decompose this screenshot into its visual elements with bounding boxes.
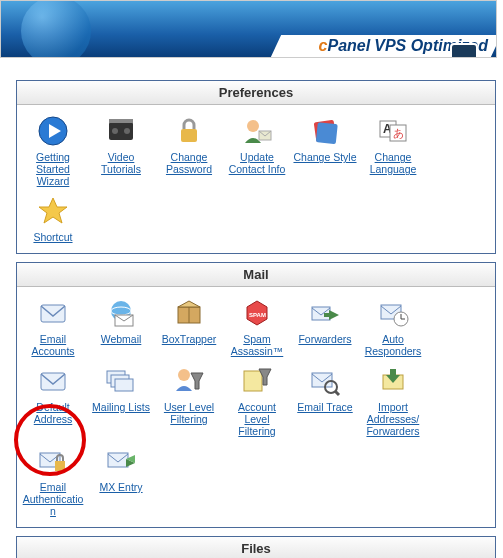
import-icon	[377, 365, 409, 397]
item-label: User Level Filtering	[155, 401, 223, 425]
panel-header: Files	[17, 537, 495, 558]
boxtrapper-icon	[173, 297, 205, 329]
video-icon	[105, 115, 137, 147]
svg-rect-39	[312, 373, 332, 387]
mailing-lists-item[interactable]: Mailing Lists	[87, 361, 155, 441]
change-password-item[interactable]: Change Password	[155, 111, 223, 191]
change-language-item[interactable]: AあChange Language	[359, 111, 427, 191]
userfilter-icon	[173, 365, 205, 397]
svg-rect-37	[244, 371, 262, 391]
svg-rect-16	[41, 305, 65, 322]
item-label: Shortcut	[19, 231, 87, 243]
svg-marker-36	[191, 373, 203, 389]
item-label: Forwarders	[291, 333, 359, 345]
video-tutorials-item[interactable]: Video Tutorials	[87, 111, 155, 191]
style-icon	[309, 115, 341, 147]
mail-icon	[37, 365, 69, 397]
contact-icon	[241, 115, 273, 147]
default-address-item[interactable]: Default Address	[19, 361, 87, 441]
autoresp-icon	[377, 297, 409, 329]
item-label: Webmail	[87, 333, 155, 345]
item-label: Email Authentication	[19, 481, 87, 517]
account-level-filtering-item[interactable]: Account Level Filtering	[223, 361, 291, 441]
webmail-icon	[105, 297, 137, 329]
logo-panel: Panel	[328, 37, 371, 54]
boxtrapper-item[interactable]: BoxTrapper	[155, 293, 223, 361]
item-label: Import Addresses/ Forwarders	[359, 401, 427, 437]
svg-marker-21	[178, 301, 200, 307]
play-icon	[37, 115, 69, 147]
svg-text:SPAM: SPAM	[249, 312, 266, 318]
item-label: Account Level Filtering	[223, 401, 291, 437]
mail-icon	[37, 297, 69, 329]
svg-rect-34	[115, 379, 133, 391]
svg-rect-10	[316, 122, 338, 144]
svg-rect-5	[109, 119, 133, 123]
item-label: Mailing Lists	[87, 401, 155, 413]
lock-icon	[173, 115, 205, 147]
acctfilter-icon	[241, 365, 273, 397]
svg-point-7	[247, 120, 259, 132]
email-trace-item[interactable]: Email Trace	[291, 361, 359, 441]
svg-point-4	[124, 128, 130, 134]
trace-icon	[309, 365, 341, 397]
svg-line-41	[335, 391, 339, 395]
svg-rect-31	[41, 373, 65, 390]
item-label: Video Tutorials	[87, 151, 155, 175]
svg-rect-6	[181, 129, 197, 142]
panel-header: Mail	[17, 263, 495, 287]
icon-grid: Getting Started WizardVideo TutorialsCha…	[17, 105, 495, 253]
item-label: Change Password	[155, 151, 223, 175]
change-style-item[interactable]: Change Style	[291, 111, 359, 191]
item-label: Change Language	[359, 151, 427, 175]
star-icon	[37, 195, 69, 227]
svg-rect-46	[108, 453, 128, 467]
language-icon: Aあ	[377, 115, 409, 147]
spam-assassin-item[interactable]: SPAMSpam Assassin™	[223, 293, 291, 361]
item-label: Update Contact Info	[223, 151, 291, 175]
svg-point-35	[178, 369, 190, 381]
email-accounts-item[interactable]: Email Accounts	[19, 293, 87, 361]
icon-grid: Email AccountsWebmailBoxTrapperSPAMSpam …	[17, 287, 495, 527]
cpanel-banner: cP cPanelVPS Optimized	[0, 0, 497, 58]
svg-rect-45	[55, 461, 65, 471]
mx-icon	[105, 445, 137, 477]
svg-point-3	[112, 128, 118, 134]
banner-logo-text: cP cPanelVPS Optimized	[319, 37, 488, 55]
panel-header: Preferences	[17, 81, 495, 105]
mail-panel: MailEmail AccountsWebmailBoxTrapperSPAMS…	[16, 262, 496, 528]
import-addresses-forwarders-item[interactable]: Import Addresses/ Forwarders	[359, 361, 427, 441]
item-label: Email Trace	[291, 401, 359, 413]
forward-icon	[309, 297, 341, 329]
preferences-panel: PreferencesGetting Started WizardVideo T…	[16, 80, 496, 254]
webmail-item[interactable]: Webmail	[87, 293, 155, 361]
spam-icon: SPAM	[241, 297, 273, 329]
item-label: Auto Responders	[359, 333, 427, 357]
item-label: Spam Assassin™	[223, 333, 291, 357]
update-contact-info-item[interactable]: Update Contact Info	[223, 111, 291, 191]
files-panel: FilesBackupsFile ManagerLegacy File Mana…	[16, 536, 496, 558]
mx-entry-item[interactable]: MX Entry	[87, 441, 155, 521]
item-label: MX Entry	[87, 481, 155, 493]
item-label: Email Accounts	[19, 333, 87, 357]
item-label: Getting Started Wizard	[19, 151, 87, 187]
svg-marker-15	[39, 198, 67, 223]
user-level-filtering-item[interactable]: User Level Filtering	[155, 361, 223, 441]
getting-started-wizard-item[interactable]: Getting Started Wizard	[19, 111, 87, 191]
auto-responders-item[interactable]: Auto Responders	[359, 293, 427, 361]
item-label: Change Style	[291, 151, 359, 163]
logo-c: c	[319, 37, 328, 54]
maillist-icon	[105, 365, 137, 397]
forwarders-item[interactable]: Forwarders	[291, 293, 359, 361]
item-label: BoxTrapper	[155, 333, 223, 345]
email-authentication-item[interactable]: Email Authentication	[19, 441, 87, 521]
shortcut-item[interactable]: Shortcut	[19, 191, 87, 247]
svg-text:あ: あ	[393, 127, 404, 139]
cpanel-badge-icon: cP	[450, 43, 478, 58]
item-label: Default Address	[19, 401, 87, 425]
globe-graphic	[21, 0, 91, 58]
auth-icon	[37, 445, 69, 477]
